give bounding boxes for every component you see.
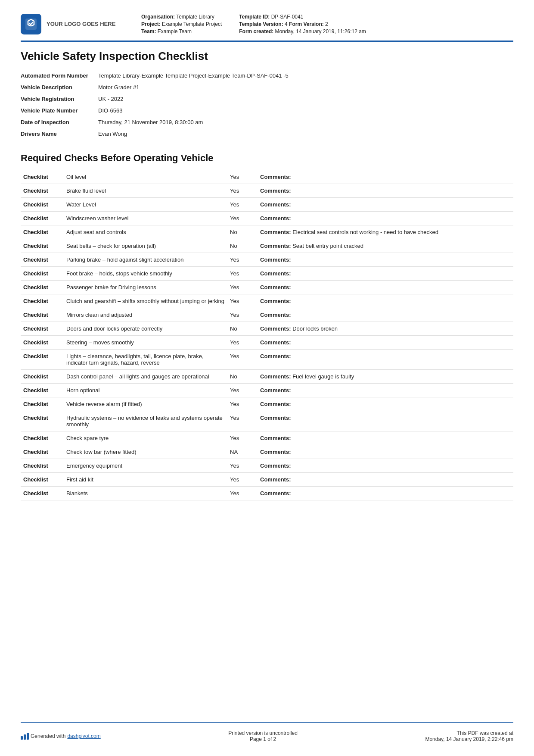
checklist-type: Checklist [21,384,64,397]
project-field: Project: Example Template Project [141,21,222,27]
checklist-row: Checklist Emergency equipment Yes Commen… [21,459,513,473]
checklist-type: Checklist [21,267,64,281]
checklist-result: Yes [227,487,258,500]
checklist-comments: Comments: [258,253,513,267]
info-label: Vehicle Description [21,81,98,93]
comments-label: Comments: [260,325,291,332]
comments-label: Comments: [260,256,291,263]
checklist-item: Vehicle reverse alarm (if fitted) [64,397,227,411]
info-table: Automated Form Number Template Library-E… [21,70,513,140]
checklist-row: Checklist Horn optional Yes Comments: [21,384,513,397]
checklist-result: No [227,225,258,239]
header-meta-left: Organisation: Template Library Project: … [141,14,222,34]
info-value: Template Library-Example Template Projec… [98,70,513,81]
checklist-row: Checklist Lights – clearance, headlights… [21,350,513,370]
comments-label: Comments: [260,174,291,180]
checklist-row: Checklist Water Level Yes Comments: [21,198,513,212]
comments-label: Comments: [260,415,291,421]
header: YOUR LOGO GOES HERE Organisation: Templa… [21,14,513,42]
footer-bars-icon [21,733,29,740]
checklist-row: Checklist Oil level Yes Comments: [21,170,513,184]
checklist-type: Checklist [21,198,64,212]
checklist-row: Checklist Doors and door locks operate c… [21,322,513,336]
pdf-created-label: This PDF was created at [425,730,513,736]
checklist-comments: Comments: [258,198,513,212]
checklist-row: Checklist Steering – moves smoothly Yes … [21,336,513,350]
info-value: DIO-6563 [98,105,513,116]
checklist-type: Checklist [21,459,64,473]
comments-label: Comments: [260,401,291,407]
checklist-result: Yes [227,253,258,267]
checklist-item: Brake fluid level [64,184,227,198]
comments-label: Comments: [260,187,291,194]
comments-label: Comments: [260,298,291,304]
info-row: Vehicle Description Motor Grader #1 [21,81,513,93]
checklist-comments: Comments: Electrical seat controls not w… [258,225,513,239]
checklist-item: First aid kit [64,473,227,487]
checklist-type: Checklist [21,170,64,184]
checklist-result: No [227,322,258,336]
checklist-row: Checklist Seat belts – check for operati… [21,239,513,253]
checklist-result: Yes [227,198,258,212]
checklist-comments: Comments: [258,308,513,322]
checklist-type: Checklist [21,322,64,336]
checklist-comments: Comments: [258,170,513,184]
checklist-row: Checklist Dash control panel – all light… [21,370,513,384]
checklist-comments: Comments: [258,267,513,281]
comments-label: Comments: [260,215,291,222]
team-field: Team: Example Team [141,28,222,34]
site-link[interactable]: dashpivot.com [67,733,100,739]
checklist-row: Checklist Passenger brake for Driving le… [21,281,513,294]
checklist-comments: Comments: [258,336,513,350]
checklist-row: Checklist Foot brake – holds, stops vehi… [21,267,513,281]
checklist-row: Checklist Blankets Yes Comments: [21,487,513,500]
comments-label: Comments: [260,229,291,235]
checklist-type: Checklist [21,336,64,350]
checklist-type: Checklist [21,294,64,308]
footer: Generated with dashpivot.com Printed ver… [21,722,513,742]
checklist-result: Yes [227,170,258,184]
logo-area: YOUR LOGO GOES HERE [21,14,141,34]
printed-version-label: Printed version is uncontrolled [228,730,298,736]
comments-label: Comments: [260,312,291,318]
checklist-row: Checklist Check spare tyre Yes Comments: [21,431,513,445]
checklist-type: Checklist [21,431,64,445]
checklist-row: Checklist Check tow bar (where fitted) N… [21,445,513,459]
info-label: Vehicle Plate Number [21,105,98,116]
comments-label: Comments: [260,449,291,455]
checklist-row: Checklist Hydraulic systems – no evidenc… [21,411,513,431]
checklist-result: Yes [227,267,258,281]
template-id-field: Template ID: DP-SAF-0041 [239,14,366,20]
checklist-item: Check spare tyre [64,431,227,445]
info-label: Drivers Name [21,128,98,140]
doc-title: Vehicle Safety Inspection Checklist [21,50,513,63]
comments-label: Comments: [260,373,291,380]
info-value: Motor Grader #1 [98,81,513,93]
checklist-item: Blankets [64,487,227,500]
checklist-item: Foot brake – holds, stops vehicle smooth… [64,267,227,281]
checklist-comments: Comments: [258,459,513,473]
checklist-result: Yes [227,459,258,473]
comments-label: Comments: [260,339,291,346]
checklist-item: Seat belts – check for operation (all) [64,239,227,253]
checklist-row: Checklist First aid kit Yes Comments: [21,473,513,487]
checklist-result: No [227,370,258,384]
checklist-comments: Comments: [258,411,513,431]
section-heading: Required Checks Before Operating Vehicle [21,153,513,164]
footer-center: Printed version is uncontrolled Page 1 o… [228,730,298,742]
checklist-type: Checklist [21,281,64,294]
footer-logo: Generated with dashpivot.com [21,733,101,740]
comments-label: Comments: [260,270,291,277]
template-version-field: Template Version: 4 Form Version: 2 [239,21,366,27]
checklist-result: Yes [227,294,258,308]
comments-text: Fuel level gauge is faulty [292,373,354,380]
checklist-type: Checklist [21,225,64,239]
checklist-item: Steering – moves smoothly [64,336,227,350]
info-value: UK - 2022 [98,93,513,105]
checklist-row: Checklist Vehicle reverse alarm (if fitt… [21,397,513,411]
checklist-type: Checklist [21,370,64,384]
comments-label: Comments: [260,284,291,291]
checklist-result: Yes [227,184,258,198]
checklist-item: Adjust seat and controls [64,225,227,239]
comments-label: Comments: [260,387,291,394]
